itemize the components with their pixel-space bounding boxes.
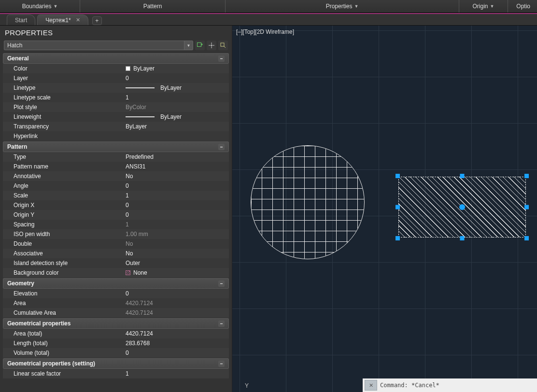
property-value[interactable]: ByLayer xyxy=(124,83,229,93)
collapse-icon[interactable]: – xyxy=(218,56,225,62)
property-value[interactable]: No xyxy=(124,249,229,258)
tab-drawing1-label: Чертеж1* xyxy=(45,17,71,24)
property-name: Area (total) xyxy=(3,329,124,338)
property-value[interactable]: ByLayer xyxy=(124,112,229,122)
ribbon-group-pattern[interactable]: Pattern xyxy=(80,0,225,13)
property-row[interactable]: Linear scale factor1 xyxy=(3,369,229,378)
grip-tl[interactable] xyxy=(396,174,400,178)
property-value[interactable]: 0 xyxy=(124,73,229,83)
property-value[interactable]: 1.00 mm xyxy=(124,229,229,239)
circle-hatch xyxy=(251,146,364,259)
property-row[interactable]: Origin X0 xyxy=(3,200,229,210)
property-row[interactable]: TypePredefined xyxy=(3,152,229,162)
property-value[interactable]: ANSI31 xyxy=(124,162,229,171)
property-value[interactable]: 1 xyxy=(124,191,229,200)
property-row[interactable]: LineweightByLayer xyxy=(3,112,229,122)
collapse-icon[interactable]: – xyxy=(218,280,225,287)
section-header-geometrical-properties-setting[interactable]: Geometrical properties (setting)– xyxy=(3,358,229,369)
section-header-pattern[interactable]: Pattern– xyxy=(3,141,229,152)
property-row[interactable]: Plot styleByColor xyxy=(3,102,229,112)
toggle-pickadd-icon[interactable] xyxy=(195,41,205,50)
property-row[interactable]: Spacing1 xyxy=(3,220,229,229)
property-value[interactable]: Outer xyxy=(124,258,229,268)
property-row[interactable]: Layer0 xyxy=(3,73,229,83)
collapse-icon[interactable]: – xyxy=(218,321,225,327)
property-row[interactable]: ISO pen width1.00 mm xyxy=(3,229,229,239)
new-tab-button[interactable]: + xyxy=(92,16,102,25)
command-input[interactable] xyxy=(380,380,537,390)
property-row[interactable]: Angle0 xyxy=(3,181,229,191)
grip-br[interactable] xyxy=(524,236,529,240)
property-value[interactable]: 0 xyxy=(124,210,229,220)
property-value[interactable]: None xyxy=(124,268,229,278)
property-row[interactable]: Length (total)283.6768 xyxy=(3,338,229,348)
property-row[interactable]: Linetype scale1 xyxy=(3,93,229,102)
property-row[interactable]: Island detection styleOuter xyxy=(3,258,229,268)
property-value[interactable]: 0 xyxy=(124,348,229,358)
property-row[interactable]: Hyperlink xyxy=(3,131,229,141)
property-value[interactable]: 4420.7124 xyxy=(124,329,229,338)
property-row[interactable]: Background colorNone xyxy=(3,268,229,278)
select-objects-icon[interactable] xyxy=(207,41,216,50)
ribbon-group-properties[interactable]: Properties▼ xyxy=(226,0,459,13)
property-row[interactable]: LinetypeByLayer xyxy=(3,83,229,93)
property-value[interactable]: ByLayer xyxy=(124,122,229,131)
section-header-general[interactable]: General– xyxy=(3,53,229,64)
quick-select-icon[interactable] xyxy=(218,41,228,50)
section-header-geometry[interactable]: Geometry– xyxy=(3,278,229,289)
property-row[interactable]: Cumulative Area4420.7124 xyxy=(3,308,229,318)
selected-hatch-rect[interactable] xyxy=(396,174,529,240)
ribbon-group-origin[interactable]: Origin▼ xyxy=(459,0,508,13)
property-name: Elevation xyxy=(3,289,124,298)
grip-tm[interactable] xyxy=(460,174,465,178)
property-row[interactable]: Area4420.7124 xyxy=(3,298,229,308)
property-row[interactable]: Scale1 xyxy=(3,191,229,200)
property-value[interactable]: 0 xyxy=(124,289,229,298)
chevron-down-icon[interactable]: ▼ xyxy=(184,41,193,50)
property-row[interactable]: AssociativeNo xyxy=(3,249,229,258)
property-row[interactable]: Origin Y0 xyxy=(3,210,229,220)
ribbon-group-options[interactable]: Optio xyxy=(508,0,537,13)
property-value[interactable]: 0 xyxy=(124,200,229,210)
property-row[interactable]: Pattern nameANSI31 xyxy=(3,162,229,171)
property-row[interactable]: AnnotativeNo xyxy=(3,171,229,181)
collapse-icon[interactable]: – xyxy=(218,361,225,367)
grip-ml[interactable] xyxy=(396,205,400,210)
property-value[interactable]: ByLayer xyxy=(124,64,229,73)
property-value[interactable]: 1 xyxy=(124,93,229,102)
property-value[interactable]: No xyxy=(124,239,229,249)
property-value[interactable]: 4420.7124 xyxy=(124,308,229,318)
property-row[interactable]: DoubleNo xyxy=(3,239,229,249)
close-icon[interactable]: ✕ xyxy=(365,380,377,391)
circle-object[interactable] xyxy=(251,145,365,259)
property-value[interactable]: 4420.7124 xyxy=(124,298,229,308)
grip-bl[interactable] xyxy=(396,236,400,240)
property-value[interactable]: 1 xyxy=(124,220,229,229)
property-value[interactable] xyxy=(124,131,229,141)
grip-bm[interactable] xyxy=(460,236,465,240)
grip-mr[interactable] xyxy=(524,205,529,210)
close-icon[interactable]: ✕ xyxy=(76,17,80,23)
viewport-controls-label[interactable]: [–][Top][2D Wireframe] xyxy=(236,28,294,35)
collapse-icon[interactable]: – xyxy=(218,144,225,150)
property-row[interactable]: Volume (total)0 xyxy=(3,348,229,358)
property-row[interactable]: Area (total)4420.7124 xyxy=(3,329,229,338)
property-value-text: 0 xyxy=(126,350,129,356)
tab-start[interactable]: Start xyxy=(7,14,35,25)
selection-dropdown[interactable]: Hatch ▼ xyxy=(4,41,193,50)
ribbon-group-boundaries[interactable]: Boundaries▼ xyxy=(0,0,80,13)
property-value[interactable]: Predefined xyxy=(124,152,229,162)
grip-center[interactable] xyxy=(459,204,465,210)
property-value[interactable]: 1 xyxy=(124,369,229,378)
property-row[interactable]: TransparencyByLayer xyxy=(3,122,229,131)
property-row[interactable]: Elevation0 xyxy=(3,289,229,298)
property-value[interactable]: 0 xyxy=(124,181,229,191)
section-header-geometrical-properties[interactable]: Geometrical properties– xyxy=(3,318,229,329)
tab-drawing1[interactable]: Чертеж1* ✕ xyxy=(37,14,88,25)
property-value[interactable]: No xyxy=(124,171,229,181)
property-row[interactable]: ColorByLayer xyxy=(3,64,229,73)
property-value[interactable]: 283.6768 xyxy=(124,338,229,348)
viewport[interactable]: [–][Top][2D Wireframe] Y ✕ xyxy=(232,26,537,392)
property-value[interactable]: ByColor xyxy=(124,102,229,112)
grip-tr[interactable] xyxy=(524,174,529,178)
